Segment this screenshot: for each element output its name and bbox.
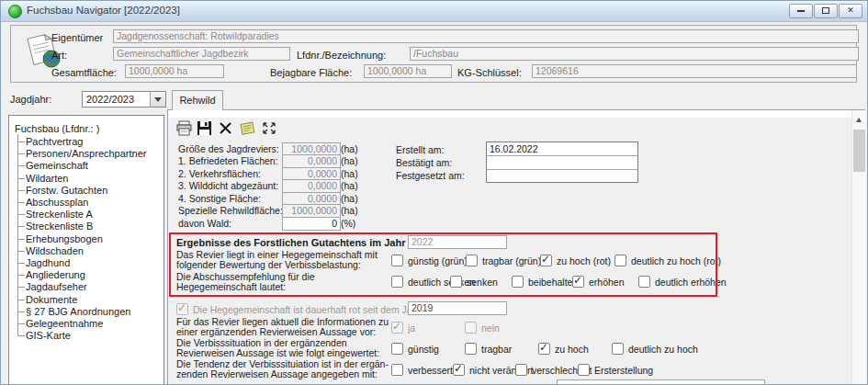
tree-item-wildschaden[interactable]: Wildschaden bbox=[26, 245, 84, 256]
date-group: 16.02.2022 bbox=[486, 142, 638, 183]
scroll-up-icon[interactable] bbox=[852, 110, 866, 124]
print-button[interactable] bbox=[175, 120, 193, 138]
tree-item-erhebungsbogen[interactable]: Erhebungsbogen bbox=[26, 233, 103, 244]
vertical-scrollbar[interactable] bbox=[851, 110, 866, 385]
bejagbare-field[interactable]: 1000,0000 ha bbox=[364, 64, 452, 78]
davon-wald-unit: (%) bbox=[341, 218, 355, 229]
tree-item-streckenliste-b[interactable]: Streckenliste B bbox=[26, 221, 93, 232]
checkbox-icon[interactable] bbox=[391, 322, 403, 334]
tree-item-gemeinschaft[interactable]: Gemeinschaft bbox=[26, 160, 88, 171]
checkbox-icon[interactable] bbox=[465, 322, 477, 334]
tree-root-fuchsbau[interactable]: Fuchsbau (Lfdnr.: ) bbox=[15, 123, 99, 134]
save-button[interactable] bbox=[197, 120, 212, 138]
maximize-icon bbox=[822, 7, 829, 14]
jagdjahr-label: Jagdjahr: bbox=[10, 94, 51, 105]
checkbox-zu-hoch[interactable]: zu hoch bbox=[538, 343, 589, 355]
close-icon: ✕ bbox=[847, 6, 854, 15]
tree-item-wildarten[interactable]: Wildarten bbox=[26, 173, 68, 184]
tendenz-label-line2: zenden Revierweisen Aussage angegeben mi… bbox=[176, 368, 378, 379]
checkbox-icon[interactable] bbox=[465, 343, 477, 355]
dauerhaft-rot-year-field[interactable]: 2019 bbox=[408, 301, 507, 315]
lfdnr-field[interactable]: /Fuchsbau bbox=[410, 47, 859, 61]
festgesetzt-am-label: Festgesetzt am: bbox=[396, 170, 465, 181]
checkbox-ja[interactable]: ja bbox=[391, 322, 415, 334]
tree-item-abschussplan[interactable]: Abschussplan bbox=[26, 197, 89, 208]
checkbox-dauerhaft-rot[interactable]: Die Hegegemeinschaft ist dauerhaft rot s… bbox=[176, 303, 421, 315]
tree-item-dokumente[interactable]: Dokumente bbox=[26, 294, 77, 305]
maximize-button[interactable] bbox=[814, 4, 838, 18]
groesse-label: Größe des Jagdreviers: bbox=[178, 143, 279, 154]
window-title: Fuchsbau Navigator [2022/2023] bbox=[27, 5, 180, 16]
checkbox-icon[interactable] bbox=[612, 343, 624, 355]
gesamtflaeche-field[interactable]: 1000,0000 ha bbox=[125, 64, 224, 78]
tree-item-jagdhund[interactable]: Jagdhund bbox=[26, 257, 70, 268]
jagdjahr-value: 2022/2023 bbox=[86, 94, 134, 105]
minimize-button[interactable] bbox=[789, 4, 813, 18]
befriedete-field[interactable]: 0,0000 bbox=[282, 154, 341, 168]
groesse-unit: (ha) bbox=[341, 143, 358, 154]
art-field[interactable]: Gemeinschaftlicher Jagdbezirk bbox=[113, 47, 290, 61]
checkbox-icon[interactable] bbox=[515, 364, 527, 376]
festgesetzt-am-field[interactable] bbox=[487, 170, 637, 183]
davon-wald-field[interactable]: 0 bbox=[282, 217, 341, 231]
tree-item-bjg-anordnungen[interactable]: § 27 BJG Anordnungen bbox=[26, 306, 130, 317]
checkbox-nein[interactable]: nein bbox=[465, 322, 500, 334]
dropdown-arrow-icon[interactable] bbox=[150, 92, 165, 107]
kg-schluessel-field[interactable]: 12069616 bbox=[532, 64, 857, 78]
tree-item-jagdaufseher[interactable]: Jagdaufseher bbox=[26, 281, 87, 292]
checkbox-icon[interactable] bbox=[176, 303, 188, 315]
checkbox-icon[interactable] bbox=[391, 364, 403, 376]
checkbox-guenstig[interactable]: günstig bbox=[391, 343, 439, 355]
bejagbare-label: Bejagbare Fläche: bbox=[270, 67, 352, 78]
eigentuemer-field[interactable]: Jagdgenossenschaft: Rotwildparadies bbox=[113, 29, 859, 43]
tree-item-personen[interactable]: Personen/Ansprechpartner bbox=[26, 148, 146, 159]
expand-button[interactable] bbox=[261, 120, 277, 138]
checkbox-icon[interactable] bbox=[578, 364, 590, 376]
tree-item-streckenliste-a[interactable]: Streckenliste A bbox=[26, 209, 93, 220]
delete-button[interactable] bbox=[219, 120, 233, 138]
title-bar[interactable]: Fuchsbau Navigator [2022/2023] ✕ bbox=[1, 1, 868, 22]
wilddicht-label: 3. Wilddicht abgezäunt: bbox=[178, 180, 278, 191]
checkbox-ersterstellung[interactable]: Ersterstellung bbox=[578, 364, 653, 376]
erstellt-am-label: Erstellt am: bbox=[396, 144, 445, 155]
checkbox-icon[interactable] bbox=[453, 364, 465, 376]
rehwildflaeche-field[interactable]: 1000,0000 bbox=[282, 204, 341, 218]
davon-wald-label: davon Wald: bbox=[178, 218, 231, 229]
info-label-line2: einer ergänzenden Revierweisen Aussage v… bbox=[176, 326, 376, 337]
sonstige-unit: (ha) bbox=[341, 193, 358, 204]
minimize-icon bbox=[797, 10, 805, 12]
checkbox-deutlich-zu-hoch[interactable]: deutlich zu hoch bbox=[612, 343, 698, 355]
checkbox-icon[interactable] bbox=[391, 343, 403, 355]
tree-item-pachtvertrag[interactable]: Pachtvertrag bbox=[26, 136, 83, 147]
checkbox-verbessert[interactable]: verbessert bbox=[391, 364, 453, 376]
rehwildflaeche-unit: (ha) bbox=[341, 205, 358, 216]
tree-item-gis-karte[interactable]: GIS-Karte bbox=[26, 330, 71, 341]
erstellt-am-field[interactable]: 16.02.2022 bbox=[487, 142, 637, 156]
tree-item-gelegeentnahme[interactable]: Gelegeentnahme bbox=[26, 318, 103, 329]
checkbox-tragbar[interactable]: tragbar bbox=[465, 343, 512, 355]
navigation-tree: Fuchsbau (Lfdnr.: ) Pachtvertrag Persone… bbox=[8, 115, 164, 385]
wilddicht-field[interactable]: 0,0000 bbox=[282, 179, 341, 193]
tree-item-forstw-gutachten[interactable]: Forstw. Gutachten bbox=[26, 185, 107, 196]
gesamtflaeche-label: Gesamtfläche: bbox=[51, 67, 117, 78]
kg-schluessel-label: KG-Schlüssel: bbox=[457, 67, 522, 78]
tree-item-angliederung[interactable]: Angliederung bbox=[26, 269, 85, 280]
bestaetigt-am-field[interactable] bbox=[487, 156, 637, 170]
sonstige-label: 4. Sonstige Fläche: bbox=[178, 193, 261, 204]
rehwildflaeche-label: Spezielle Rehwildfläche: bbox=[178, 205, 283, 216]
verkehr-label: 2. Verkehrsflächen: bbox=[178, 168, 261, 179]
close-button[interactable]: ✕ bbox=[839, 4, 862, 18]
tree-line bbox=[17, 134, 18, 335]
befriedete-label: 1. Befriedeten Flächen: bbox=[178, 155, 278, 166]
bestaetigt-am-label: Bestätigt am: bbox=[396, 157, 452, 168]
app-window: Fuchsbau Navigator [2022/2023] ✕ Eigentü… bbox=[0, 0, 868, 385]
checkbox-icon[interactable] bbox=[538, 343, 550, 355]
scrollbar-thumb[interactable] bbox=[853, 130, 865, 172]
wilddicht-unit: (ha) bbox=[341, 180, 358, 191]
panel-top-strip bbox=[168, 110, 851, 118]
tab-rehwild[interactable]: Rehwild bbox=[172, 90, 223, 110]
bottom-input-partial[interactable] bbox=[557, 379, 765, 385]
jagdjahr-combobox[interactable]: 2022/2023 bbox=[82, 91, 166, 108]
app-icon bbox=[8, 5, 22, 18]
edit-note-button[interactable] bbox=[239, 120, 257, 138]
